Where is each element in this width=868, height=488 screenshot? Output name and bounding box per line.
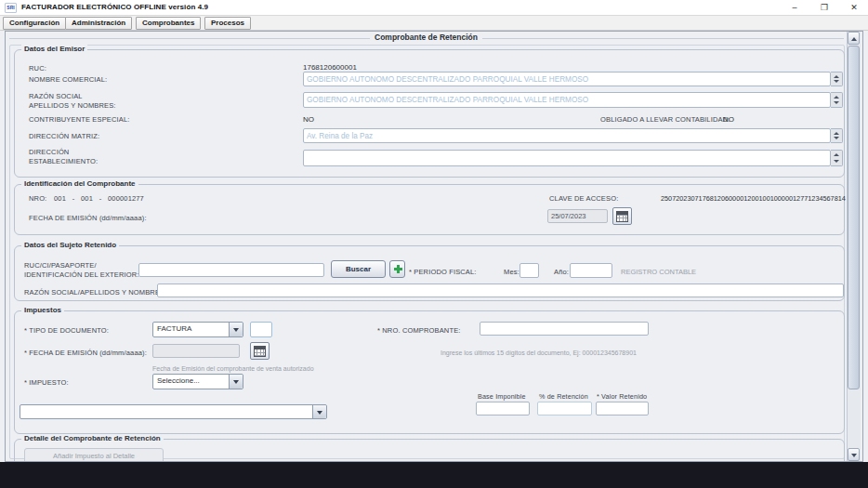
taskbar: W X SRI ∧ ESP 12:54 25/7/2023 5 — [0, 462, 868, 488]
impuestos-fecha-calendar-button[interactable] — [250, 342, 270, 360]
retencion-header: % de Retención — [539, 392, 588, 401]
minimize-button[interactable]: – — [783, 0, 807, 16]
nro-comprobante-hint: Ingrese los últimos 15 dígitos del docum… — [441, 350, 637, 356]
fecha-emision-hint: Fecha de Emisión del comprobante de vent… — [152, 365, 314, 372]
mes-input[interactable] — [519, 263, 539, 278]
menu-configuracion[interactable]: Configuración — [3, 17, 66, 30]
direccion-estab-label-1: DIRECCIÓN — [29, 148, 69, 156]
scrollbar-thumb[interactable] — [848, 46, 860, 389]
window-titlebar: SRI FACTURADOR ELECTRÓNICO OFFLINE versi… — [0, 0, 868, 16]
ruc-label: RUC: — [29, 64, 46, 73]
mes-label: Mes: — [504, 268, 519, 276]
chevron-down-icon — [312, 405, 326, 418]
tipo-documento-value: FACTURA — [157, 324, 191, 333]
scroll-down-button[interactable] — [848, 448, 860, 461]
group-detalle-title: Detalle del Comprobante de Retención — [21, 434, 164, 442]
base-imponible-header: Base Imponible — [478, 392, 526, 401]
razon-social-input[interactable] — [303, 92, 831, 108]
page-title: Comprobante de Retención — [6, 33, 847, 42]
fecha-emision-calendar-button[interactable] — [612, 207, 632, 225]
menu-administracion[interactable]: Administración — [65, 17, 132, 30]
sujeto-ruc-label-2: IDENTIFICACIÓN DEL EXTERIOR: — [24, 270, 139, 279]
fecha-emision-label: FECHA DE EMISIÓN (dd/mm/aaaa): — [29, 214, 147, 222]
direccion-matriz-spinner[interactable] — [831, 128, 843, 143]
menu-procesos[interactable]: Procesos — [204, 17, 251, 30]
tipo-documento-select[interactable]: FACTURA — [152, 322, 243, 337]
anio-input[interactable] — [570, 263, 612, 278]
group-impuestos-title: Impuestos — [21, 306, 64, 314]
nro-comprobante-input[interactable] — [480, 322, 649, 336]
nombre-comercial-spinner[interactable] — [831, 72, 843, 86]
group-identificacion — [14, 184, 845, 235]
registro-contable-label: REGISTRO CONTABLE — [621, 268, 696, 276]
razon-social-spinner[interactable] — [831, 92, 843, 108]
impuestos-fecha-label: * FECHA DE EMISIÓN (dd/mm/aaaa): — [24, 349, 147, 357]
razon-social-label-2: APELLIDOS Y NOMBRES: — [29, 101, 116, 110]
impuesto-label: * IMPUESTO: — [24, 378, 69, 387]
direccion-estab-input[interactable] — [303, 150, 831, 166]
sujeto-razon-label: RAZÓN SOCIAL/APELLIDOS Y NOMBRES: — [24, 288, 166, 297]
base-imponible-input[interactable] — [476, 402, 530, 415]
app-icon: SRI — [5, 3, 17, 13]
contribuyente-value: NO — [303, 115, 314, 124]
aniadir-impuesto-button[interactable]: Añadir Impuesto al Detalle — [24, 448, 164, 462]
sujeto-ruc-input[interactable] — [138, 263, 324, 277]
valor-retenido-header: * Valor Retenido — [597, 392, 647, 401]
group-identificacion-title: Identificación del Comprobante — [21, 179, 138, 188]
chevron-down-icon — [229, 323, 243, 336]
anio-label: Año: — [554, 268, 569, 276]
razon-social-label-1: RAZÓN SOCIAL — [29, 92, 83, 100]
nombre-comercial-input[interactable] — [303, 72, 831, 86]
group-sujeto-retenido-title: Datos del Sujeto Retenido — [21, 241, 119, 249]
valor-retenido-input[interactable] — [596, 402, 649, 415]
main-panel: Comprobante de Retención Datos del Emiso… — [5, 31, 863, 462]
menu-comprobantes[interactable]: Comprobantes — [136, 17, 201, 30]
nombre-comercial-label: NOMBRE COMERCIAL: — [29, 75, 107, 84]
group-datos-emisor-title: Datos del Emisor — [21, 45, 87, 53]
nro-comprobante-label: * NRO. COMPROBANTE: — [377, 326, 461, 335]
ruc-value: 1768120600001 — [303, 63, 357, 72]
direccion-matriz-input[interactable] — [303, 128, 831, 143]
obligado-value: NO — [723, 115, 734, 124]
tipo-documento-code-input[interactable] — [250, 322, 272, 337]
impuesto-value: Seleccione... — [157, 376, 200, 385]
nro-label: NRO: — [29, 194, 46, 203]
periodo-fiscal-label: * PERIODO FISCAL: — [409, 268, 477, 276]
impuestos-fecha-input[interactable] — [152, 344, 240, 358]
clave-acceso-value: 2507202307176812060000120010010000012771… — [661, 194, 846, 203]
nro-value: 001 - 001 - 000001277 — [54, 194, 144, 203]
obligado-label: OBLIGADO A LLEVAR CONTABILIDAD: — [600, 115, 730, 124]
fecha-emision-input[interactable] — [547, 209, 608, 223]
scroll-up-button[interactable] — [848, 32, 860, 45]
codigo-retencion-select[interactable] — [20, 404, 327, 419]
impuesto-select[interactable]: Seleccione... — [152, 374, 243, 389]
window-title: FACTURADOR ELECTRÓNICO OFFLINE versión 4… — [21, 3, 208, 11]
chevron-down-icon — [229, 375, 243, 389]
maximize-button[interactable]: ❐ — [812, 0, 836, 16]
direccion-estab-spinner[interactable] — [831, 150, 843, 166]
close-button[interactable]: ✕ — [842, 0, 866, 16]
contribuyente-label: CONTRIBUYENTE ESPECIAL: — [29, 115, 129, 124]
sujeto-ruc-label-1: RUC/CI/PASAPORTE/ — [24, 261, 97, 270]
buscar-button[interactable]: Buscar — [331, 260, 386, 278]
add-sujeto-button[interactable] — [389, 260, 405, 278]
retencion-input[interactable] — [537, 402, 592, 415]
direccion-matriz-label: DIRECCIÓN MATRIZ: — [29, 132, 99, 140]
clave-acceso-label: CLAVE DE ACCESO: — [549, 194, 618, 203]
sujeto-razon-input[interactable] — [157, 284, 844, 297]
menu-bar: Configuración Administración Comprobante… — [0, 16, 868, 31]
direccion-estab-label-2: ESTABLECIMIENTO: — [29, 157, 98, 165]
screen: SRI FACTURADOR ELECTRÓNICO OFFLINE versi… — [0, 0, 868, 488]
tipo-documento-label: * TIPO DE DOCUMENTO: — [24, 326, 109, 335]
